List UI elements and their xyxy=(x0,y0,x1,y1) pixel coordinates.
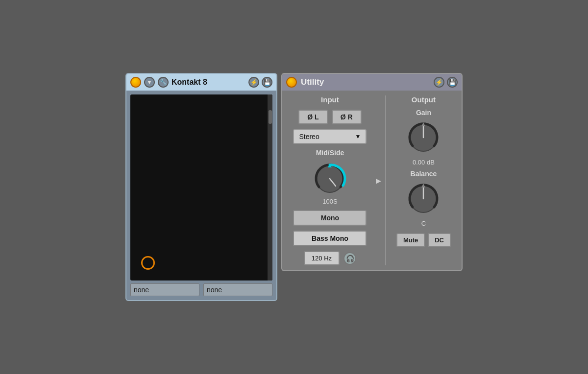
hz-button[interactable]: 120 Hz xyxy=(304,251,340,265)
kontakt-display xyxy=(130,94,272,280)
scrollbar-handle[interactable] xyxy=(269,110,272,124)
kontakt-header: ▼ 🔧 Kontakt 8 ⚡ 💾 xyxy=(126,74,276,91)
balance-knob[interactable] xyxy=(406,182,441,216)
utility-save-icon[interactable]: 💾 xyxy=(447,77,458,88)
kontakt-panel: ▼ 🔧 Kontakt 8 ⚡ 💾 none none xyxy=(125,73,277,301)
section-divider xyxy=(385,95,386,265)
balance-knob-container xyxy=(406,182,441,216)
kontakt-footer-right[interactable]: none xyxy=(203,283,272,296)
gain-label: Gain xyxy=(416,109,431,117)
output-section-title: Output xyxy=(412,95,436,104)
gain-knob[interactable] xyxy=(406,120,441,155)
arrow-right-icon: ▶ xyxy=(376,177,381,185)
utility-title: Utility xyxy=(301,77,364,87)
kontakt-circle-indicator xyxy=(141,256,155,270)
input-section-title: Input xyxy=(321,95,339,104)
kontakt-link-icon[interactable]: ⚡ xyxy=(248,77,259,88)
panels-container: ▼ 🔧 Kontakt 8 ⚡ 💾 none none Uti xyxy=(125,73,463,301)
kontakt-footer: none none xyxy=(130,283,272,296)
kontakt-save-icon[interactable]: 💾 xyxy=(262,77,272,88)
gain-knob-container xyxy=(406,120,441,155)
balance-label: Balance xyxy=(411,170,437,178)
kontakt-wrench-icon[interactable]: 🔧 xyxy=(158,77,169,88)
mid-side-label: Mid/Side xyxy=(316,149,344,157)
phase-l-button[interactable]: Ø L xyxy=(298,110,327,124)
kontakt-title: Kontakt 8 xyxy=(172,78,245,87)
kontakt-scrollbar[interactable] xyxy=(268,94,272,280)
output-section: Output Gain 0.00 dB xyxy=(390,95,458,265)
mid-side-value: 100S xyxy=(322,198,337,205)
hz-row: 120 Hz 🎧 xyxy=(304,251,356,265)
phase-buttons: Ø L Ø R xyxy=(298,110,361,124)
headphones-icon[interactable]: 🎧 xyxy=(343,252,356,265)
bottom-buttons: Mute DC xyxy=(396,233,451,247)
mid-side-knob-container: 100S xyxy=(313,162,347,205)
mono-button[interactable]: Mono xyxy=(293,210,367,226)
utility-header: Utility ⚡ 💾 xyxy=(282,74,462,91)
phase-r-button[interactable]: Ø R xyxy=(332,110,362,124)
input-section: Input Ø L Ø R Stereo ▼ Mid/Side xyxy=(286,95,374,265)
utility-body: Input Ø L Ø R Stereo ▼ Mid/Side xyxy=(282,91,462,270)
utility-power-led[interactable] xyxy=(286,77,297,88)
mute-button[interactable]: Mute xyxy=(396,233,425,247)
bass-mono-button[interactable]: Bass Mono xyxy=(293,231,367,246)
stereo-select[interactable]: Stereo ▼ xyxy=(293,129,367,144)
kontakt-power-led[interactable] xyxy=(130,77,141,88)
stereo-select-label: Stereo xyxy=(299,133,319,140)
utility-link-icon[interactable]: ⚡ xyxy=(434,77,444,88)
gain-db-value: 0.00 dB xyxy=(413,159,435,166)
kontakt-content: none none xyxy=(126,91,276,300)
mid-side-knob[interactable] xyxy=(313,162,347,196)
stereo-dropdown-arrow-icon: ▼ xyxy=(355,133,361,140)
balance-value: C xyxy=(421,220,426,227)
dc-button[interactable]: DC xyxy=(428,233,451,247)
kontakt-header-right: ⚡ 💾 xyxy=(248,77,272,88)
utility-panel: Utility ⚡ 💾 Input Ø L Ø R Stereo ▼ Mid/S… xyxy=(281,73,463,271)
utility-header-right: ⚡ 💾 xyxy=(434,77,458,88)
kontakt-footer-left[interactable]: none xyxy=(130,283,199,296)
kontakt-dropdown-icon[interactable]: ▼ xyxy=(144,77,155,88)
